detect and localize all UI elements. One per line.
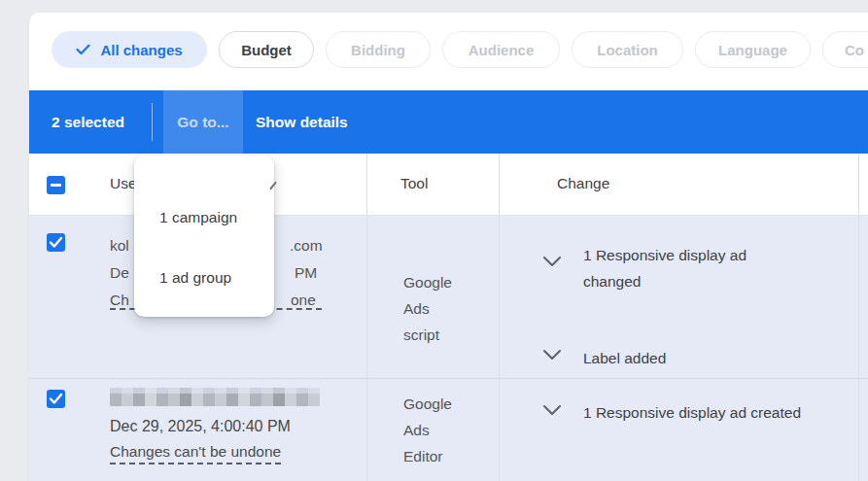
row-checkbox[interactable] <box>47 390 65 408</box>
chevron-down-icon[interactable] <box>542 404 562 416</box>
undo-note-text: Changes can't be undone <box>110 443 281 464</box>
filter-chip-label: Language <box>718 42 787 58</box>
select-all-checkbox[interactable] <box>47 176 65 194</box>
filter-chip-budget[interactable]: Budget <box>219 31 314 68</box>
column-header-tool[interactable]: Tool <box>400 175 428 192</box>
check-icon <box>49 236 63 249</box>
user-email-fragment-end: .com <box>290 232 323 259</box>
filter-chip-audience[interactable]: Audience <box>442 31 560 68</box>
tool-cell: Google Ads script <box>403 269 466 348</box>
toolbar-divider <box>152 103 153 141</box>
change-date: Dec 29, 2025, 4:00:40 PM <box>110 418 291 435</box>
change-entry: 1 Responsive display ad changed <box>542 242 768 294</box>
selected-count: 2 selected <box>52 90 124 154</box>
filter-chip-label: Audience <box>469 42 535 58</box>
undo-fragment-end: one <box>291 287 316 314</box>
date-fragment-end: PM <box>295 259 317 287</box>
chevron-down-icon[interactable] <box>542 256 562 267</box>
go-to-button[interactable]: Go to... <box>163 90 243 154</box>
indeterminate-dash-icon <box>51 184 61 187</box>
check-icon <box>49 393 63 405</box>
chevron-down-icon[interactable] <box>542 349 562 361</box>
selection-toolbar: 2 selected Go to... Show details <box>29 90 868 154</box>
column-divider <box>499 154 500 481</box>
change-entry-label[interactable]: 1 Responsive display ad changed <box>583 242 768 294</box>
column-divider <box>366 154 367 481</box>
row-checkbox[interactable] <box>47 233 65 252</box>
go-to-dropdown-menu: 1 campaign 1 ad group <box>134 155 274 317</box>
column-header-change[interactable]: Change <box>557 175 609 192</box>
menu-item-ad-group[interactable]: 1 ad group <box>134 260 274 295</box>
filter-chip-cutoff[interactable]: Co <box>822 31 868 68</box>
filter-chip-label: Bidding <box>351 42 405 58</box>
change-entry: Label added <box>542 345 666 371</box>
filter-chip-bidding[interactable]: Bidding <box>326 31 431 68</box>
filter-chip-label: Budget <box>241 42 292 58</box>
change-entry: 1 Responsive display ad created <box>542 399 868 426</box>
change-history-panel: All changes Budget Bidding Audience Loca… <box>29 13 868 481</box>
tool-cell: Google Ads Editor <box>403 391 466 469</box>
page-background: All changes Budget Bidding Audience Loca… <box>0 0 868 481</box>
user-email-fragment-start: kol <box>110 237 129 254</box>
redacted-user-name <box>110 388 323 406</box>
filter-chip-row: All changes Budget Bidding Audience Loca… <box>52 31 868 68</box>
column-divider <box>858 154 859 481</box>
check-icon <box>76 44 90 55</box>
show-details-button[interactable]: Show details <box>256 90 348 154</box>
filter-chip-label: All changes <box>100 42 182 58</box>
date-fragment-start: De <box>110 264 129 281</box>
undo-note: Changes can't be undone <box>110 443 281 464</box>
change-entry-label[interactable]: Label added <box>583 345 666 371</box>
undo-fragment-start: Ch <box>110 292 129 308</box>
table-row: Dec 29, 2025, 4:00:40 PM Changes can't b… <box>29 379 868 481</box>
filter-chip-language[interactable]: Language <box>695 31 811 68</box>
filter-chip-label: Location <box>597 42 658 58</box>
filter-chip-label: Co <box>845 42 864 58</box>
filter-chip-all-changes[interactable]: All changes <box>52 31 207 68</box>
filter-chip-location[interactable]: Location <box>572 31 683 68</box>
change-entry-label[interactable]: 1 Responsive display ad created <box>583 399 868 426</box>
menu-item-campaign[interactable]: 1 campaign <box>134 200 274 235</box>
